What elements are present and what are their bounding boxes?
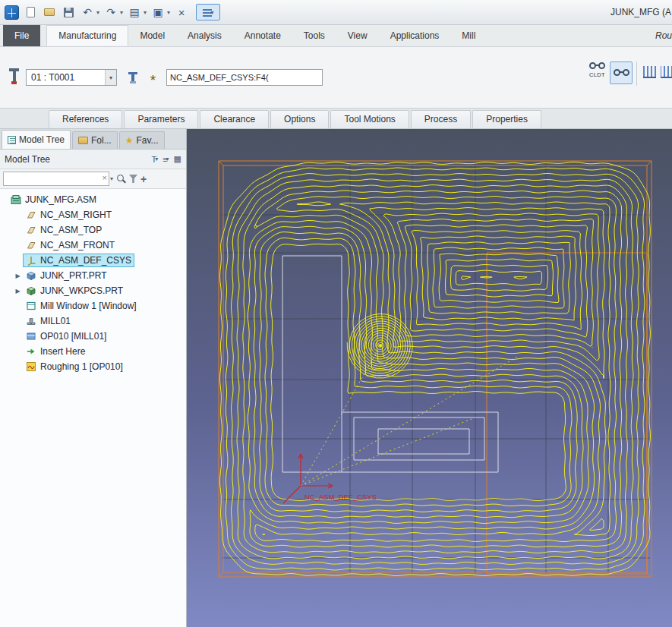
tree-row[interactable]: JUNK_MFG.ASM: [0, 192, 186, 207]
quick-access-toolbar: ↶▾ ↷▾ ▤▾ ▣▾ × ▾ JUNK_MFG (A: [0, 0, 672, 25]
tab-applications[interactable]: Applications: [379, 25, 451, 46]
tab-tools[interactable]: Tools: [292, 25, 336, 46]
tab-clearance[interactable]: Clearance: [200, 110, 269, 128]
tab-favorites[interactable]: ★ Fav...: [119, 131, 165, 149]
tab-label: Model Tree: [19, 131, 65, 149]
tree-item-label: JUNK_WKPCS.PRT: [40, 285, 123, 296]
chevron-down-icon[interactable]: ▾: [167, 9, 170, 16]
save-icon: [64, 8, 74, 17]
tab-model-tree[interactable]: Model Tree: [2, 130, 71, 149]
simulate-button[interactable]: [641, 60, 658, 80]
tree-row[interactable]: NC_ASM_TOP: [0, 222, 186, 238]
filter-funnel-icon[interactable]: [129, 175, 137, 183]
dashboard-right-icons: CLDT: [587, 60, 672, 86]
redo-button[interactable]: ↷: [103, 5, 118, 20]
cldt-label: CLDT: [589, 71, 605, 78]
tab-process[interactable]: Process: [411, 110, 471, 128]
tree-columns-button[interactable]: ≡▾: [162, 155, 169, 164]
datum-plane-icon: [26, 240, 36, 250]
tab-analysis[interactable]: Analysis: [176, 25, 233, 46]
navigator-panel: Model Tree Fol... ★ Fav... Model Tree T▾…: [0, 129, 187, 627]
chevron-down-icon: ▾: [166, 156, 169, 162]
tab-file[interactable]: File: [3, 25, 40, 46]
new-file-icon: [27, 7, 35, 17]
open-file-button[interactable]: [42, 5, 57, 20]
tab-label: Fav...: [136, 132, 158, 149]
creo-window: ↶▾ ↷▾ ▤▾ ▣▾ × ▾ JUNK_MFG (A File Manufac…: [0, 0, 672, 627]
tab-folder-browser[interactable]: Fol...: [72, 131, 118, 149]
chevron-down-icon[interactable]: ▾: [120, 9, 123, 16]
tree-row[interactable]: OP010 [MILL01]: [0, 329, 186, 344]
assembly-icon: [11, 194, 21, 205]
toolpath-display-toggle[interactable]: [610, 61, 633, 84]
tab-roughing-contextual[interactable]: Rou: [645, 25, 672, 46]
tree-item-label: Mill Window 1 [Window]: [40, 301, 137, 311]
folder-icon: [78, 137, 88, 144]
part-icon: [26, 270, 36, 281]
3d-viewport-canvas[interactable]: NC_ASM_DEF_CSYS: [187, 129, 672, 627]
window-title: JUNK_MFG (A: [610, 7, 671, 17]
chevron-down-icon[interactable]: ▾: [96, 9, 99, 16]
new-file-button[interactable]: [23, 5, 38, 20]
chevron-down-icon[interactable]: ▾: [110, 175, 113, 182]
cl-data-glasses-icon: [589, 62, 605, 70]
graphics-viewport[interactable]: NC_ASM_DEF_CSYS: [187, 129, 672, 627]
search-input[interactable]: [3, 172, 109, 186]
tab-tool-motions[interactable]: Tool Motions: [330, 110, 409, 128]
tree-filter-button[interactable]: T▾: [151, 155, 158, 164]
tab-manufacturing[interactable]: Manufacturing: [46, 25, 128, 46]
chevron-down-icon[interactable]: ▾: [105, 70, 116, 85]
tree-row[interactable]: NC_ASM_RIGHT: [0, 207, 186, 222]
tool-manager-button[interactable]: [123, 68, 142, 87]
tree-row[interactable]: Insert Here: [0, 344, 186, 359]
tree-row[interactable]: NC_ASM_FRONT: [0, 238, 186, 253]
csys-select-button[interactable]: *: [144, 68, 162, 87]
chevron-down-icon[interactable]: ▾: [144, 9, 147, 16]
display-style-dropdown[interactable]: ▾: [196, 4, 220, 20]
csys-reference-field[interactable]: [166, 69, 323, 86]
ribbon-tab-bar: File Manufacturing Model Analysis Annota…: [0, 25, 672, 47]
window-switch-button[interactable]: ▣: [150, 5, 166, 20]
tree-row[interactable]: ▶ JUNK_PRT.PRT: [0, 268, 186, 283]
tab-model[interactable]: Model: [128, 25, 176, 46]
insert-here-icon: [26, 346, 36, 357]
tool-spindle-icon: [8, 67, 21, 87]
cldt-toggle-button[interactable]: CLDT: [587, 60, 607, 80]
regenerate-button[interactable]: ▤: [127, 5, 142, 20]
chevron-down-icon: ▾: [211, 9, 214, 16]
expand-arrow-icon[interactable]: ▶: [14, 288, 22, 295]
tab-properties[interactable]: Properties: [472, 110, 541, 128]
tree-row[interactable]: Roughing 1 [OP010]: [0, 359, 186, 374]
verify-button[interactable]: [661, 60, 672, 80]
tab-view[interactable]: View: [336, 25, 379, 46]
datum-plane-icon: [26, 210, 36, 220]
tree-row-selected[interactable]: NC_ASM_DEF_CSYS: [0, 253, 186, 268]
material-removal-icon: [643, 66, 656, 78]
csys-icon: [26, 255, 36, 266]
find-binoculars-icon[interactable]: [116, 174, 126, 184]
clear-search-icon[interactable]: ×: [103, 173, 107, 183]
chevron-down-icon: ▾: [155, 156, 158, 162]
tree-item-label: Insert Here: [40, 346, 85, 357]
tree-settings-button[interactable]: ▦: [174, 154, 181, 164]
tab-mill[interactable]: Mill: [450, 25, 487, 46]
expand-arrow-icon[interactable]: ▶: [14, 273, 22, 279]
main-area: Model Tree Fol... ★ Fav... Model Tree T▾…: [0, 129, 672, 627]
tab-annotate[interactable]: Annotate: [233, 25, 292, 46]
tab-references[interactable]: References: [49, 110, 122, 128]
undo-button[interactable]: ↶: [80, 5, 95, 20]
csys-label: NC_ASM_DEF_CSYS: [304, 493, 377, 501]
add-icon[interactable]: +: [140, 174, 147, 184]
tree-row[interactable]: Mill Window 1 [Window]: [0, 298, 186, 314]
close-window-button[interactable]: ×: [174, 5, 189, 20]
model-tree: JUNK_MFG.ASM NC_ASM_RIGHT NC_ASM_TOP NC_…: [0, 189, 186, 627]
operation-icon: [26, 331, 36, 342]
tree-item-label: NC_ASM_RIGHT: [40, 210, 112, 220]
tree-row[interactable]: ▶ JUNK_WKPCS.PRT: [0, 283, 186, 298]
tab-options[interactable]: Options: [270, 110, 329, 128]
tool-select-dropdown[interactable]: 01 : T0001 ▾: [26, 69, 117, 86]
tree-row[interactable]: MILL01: [0, 314, 186, 329]
app-logo-icon: [5, 5, 19, 20]
save-button[interactable]: [61, 5, 76, 20]
tab-parameters[interactable]: Parameters: [124, 110, 198, 128]
